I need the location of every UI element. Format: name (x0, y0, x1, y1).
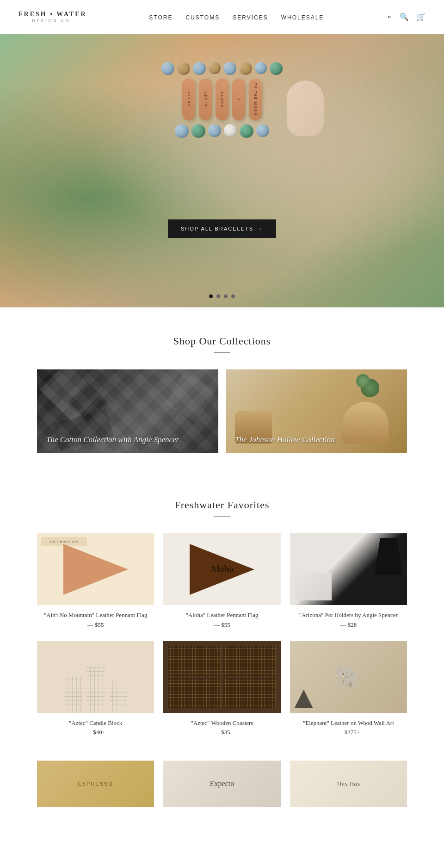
brand-name: FRESH • WATER (18, 10, 87, 19)
product-img-espresso: Espresso (37, 761, 154, 807)
collections-title: Shop Our Collections (37, 335, 407, 347)
hero-image: RELAX LET IT ALOHA ♥ TO THE MOON (157, 62, 287, 138)
product-espresso[interactable]: Espresso (37, 761, 154, 807)
search-icon[interactable]: 🔍 (400, 12, 409, 21)
bead (177, 62, 190, 75)
bead (256, 124, 269, 137)
collections-section: Shop Our Collections The Cotton Collecti… (0, 307, 444, 476)
favorites-section: Freshwater Favorites AIN'T MOUNTAIN "Ain… (0, 476, 444, 761)
partial-products-grid: Espresso Expecto This Has (37, 761, 407, 807)
johnson-label: The Johnson Hollow Collection (226, 427, 407, 453)
collections-divider (214, 352, 230, 353)
hero-cta: SHOP ALL BRACELETS → (168, 219, 276, 238)
product-img-aztec-candle (37, 641, 154, 713)
cart-icon[interactable]: 🛒 (416, 12, 426, 21)
bead (175, 124, 189, 138)
product-img-elephant: 🐘 (290, 641, 407, 713)
product-arizona[interactable]: "Arizona" Pot Holders by Angie Spencer —… (290, 533, 407, 630)
product-name-mountain: "Ain't No Mountain" Leather Pennant Flag… (37, 611, 154, 630)
product-aztec-candle[interactable]: "Aztec" Candle Block — $40+ (37, 641, 154, 738)
hero-dots (209, 294, 235, 298)
products-grid: AIN'T MOUNTAIN "Ain't No Mountain" Leath… (37, 533, 407, 737)
product-expecto[interactable]: Expecto (163, 761, 280, 807)
navbar: FRESH • WATER DESIGN CO. STORE CUSTOMS S… (0, 0, 444, 34)
brand-sub: DESIGN CO. (32, 19, 74, 24)
product-img-aztec-coasters (163, 641, 280, 713)
dot-2[interactable] (216, 294, 220, 298)
bracelet-tag: TO THE MOON (249, 79, 262, 120)
product-this-has[interactable]: This Has (290, 761, 407, 807)
bracelet-tags: RELAX LET IT ALOHA ♥ TO THE MOON (182, 79, 262, 120)
bracelet-tag: RELAX (182, 79, 195, 120)
product-aloha[interactable]: Aloha "Aloha" Leather Pennant Flag — $55 (163, 533, 280, 630)
product-name-arizona: "Arizona" Pot Holders by Angie Spencer —… (290, 611, 407, 630)
product-aztec-coasters[interactable]: "Aztec" Wooden Coasters — $35 (163, 641, 280, 738)
dot-1[interactable] (209, 294, 213, 298)
product-elephant[interactable]: 🐘 "Elephant" Leather on Wood Wall Art — … (290, 641, 407, 738)
bracelet-tag: LET IT (199, 79, 212, 120)
nav-store[interactable]: STORE (149, 14, 173, 21)
bead (224, 124, 237, 137)
bracelet-tag: ALOHA (216, 79, 228, 120)
cotton-label: The Cotton Collection with Angie Spencer (37, 427, 218, 453)
favorites-divider (214, 516, 230, 517)
product-img-aloha: Aloha (163, 533, 280, 605)
bead (191, 124, 205, 138)
shop-bracelets-label: SHOP ALL BRACELETS (181, 226, 253, 231)
brand-logo[interactable]: FRESH • WATER DESIGN CO. (18, 10, 87, 24)
product-img-expecto: Expecto (163, 761, 280, 807)
collection-card-cotton[interactable]: The Cotton Collection with Angie Spencer (37, 369, 218, 453)
bracelet-tag: ♥ (232, 79, 245, 120)
product-name-aztec-candle: "Aztec" Candle Block — $40+ (37, 718, 154, 738)
product-img-mountain: AIN'T MOUNTAIN (37, 533, 154, 605)
bead (208, 124, 221, 137)
product-name-elephant: "Elephant" Leather on Wood Wall Art — $3… (290, 718, 407, 738)
bead (161, 62, 174, 75)
product-img-arizona (290, 533, 407, 605)
bead (270, 62, 283, 75)
product-img-this-has: This Has (290, 761, 407, 807)
bead (239, 62, 252, 75)
hero-section: RELAX LET IT ALOHA ♥ TO THE MOON SHOP AL… (0, 34, 444, 307)
favorites-title: Freshwater Favorites (37, 499, 407, 511)
product-name-aztec-coasters: "Aztec" Wooden Coasters — $35 (163, 718, 280, 738)
expecto-label: Expecto (210, 780, 234, 788)
nav-wholesale[interactable]: WHOLESALE (281, 14, 324, 21)
dot-4[interactable] (231, 294, 235, 298)
collection-card-johnson[interactable]: The Johnson Hollow Collection (226, 369, 407, 453)
this-has-label: This Has (337, 781, 360, 787)
bead (223, 62, 236, 75)
nav-icons: ⚬ 🔍 🛒 (386, 12, 426, 21)
dot-3[interactable] (224, 294, 228, 298)
bead (240, 124, 253, 138)
nav-customs[interactable]: CUSTOMS (185, 14, 220, 21)
arrow-icon: → (257, 226, 263, 231)
nav-links: STORE CUSTOMS SERVICES WHOLESALE (149, 13, 324, 21)
nav-services[interactable]: SERVICES (233, 14, 268, 21)
hand-illustration (287, 81, 324, 136)
account-icon[interactable]: ⚬ (386, 12, 392, 21)
espresso-label: Espresso (78, 781, 113, 787)
bead (209, 62, 221, 74)
bead (255, 62, 267, 74)
bead (193, 62, 206, 75)
product-name-aloha: "Aloha" Leather Pennant Flag — $55 (163, 611, 280, 630)
product-mountain[interactable]: AIN'T MOUNTAIN "Ain't No Mountain" Leath… (37, 533, 154, 630)
bottom-row: Espresso Expecto This Has (0, 761, 444, 821)
collections-grid: The Cotton Collection with Angie Spencer… (37, 369, 407, 453)
shop-bracelets-button[interactable]: SHOP ALL BRACELETS → (168, 219, 276, 238)
